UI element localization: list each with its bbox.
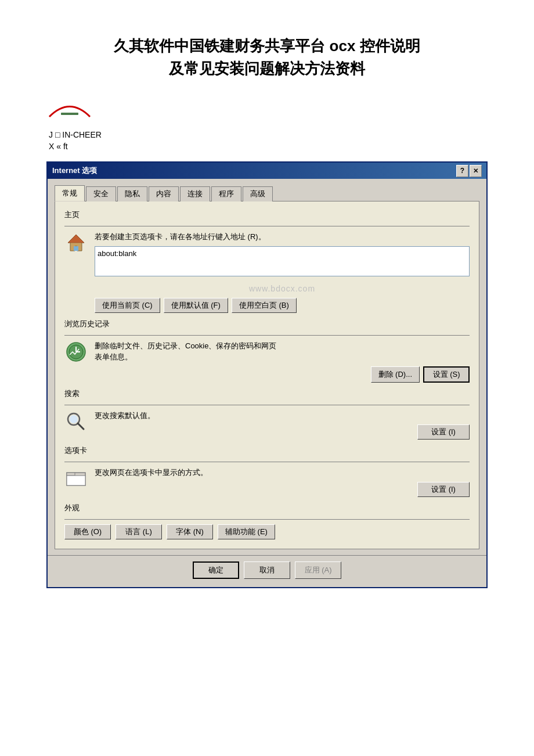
tab-content[interactable]: 内容: [149, 186, 179, 201]
homepage-section-label: 主页: [64, 210, 470, 220]
homepage-divider: [64, 226, 470, 226]
delete-btn[interactable]: 删除 (D)...: [371, 366, 420, 383]
tabs-settings-btn[interactable]: 设置 (I): [417, 482, 470, 497]
tab-bar: 常规 安全 隐私 内容 连接 程序 高级: [55, 185, 479, 201]
watermark: www.bdocx.com: [95, 282, 470, 296]
homepage-desc: 若要创建主页选项卡，请在各地址行键入地址 (R)。 www.bdocx.com …: [95, 231, 470, 313]
appearance-section-label: 外观: [64, 503, 470, 513]
tab-content-panel: 主页 若要创建主页选项卡，请在各地址行键入地址 (R)。 ww: [55, 201, 479, 549]
history-btn-row: 删除 (D)... 设置 (S): [95, 366, 470, 383]
homepage-row: 若要创建主页选项卡，请在各地址行键入地址 (R)。 www.bdocx.com …: [64, 231, 470, 313]
search-settings-btn[interactable]: 设置 (I): [417, 424, 470, 440]
svg-rect-0: [61, 113, 78, 115]
use-current-btn[interactable]: 使用当前页 (C): [95, 298, 160, 313]
dialog-titlebar: Internet 选项 ? ✕: [48, 163, 486, 179]
homepage-icon: [64, 231, 88, 254]
dialog-controls: ? ✕: [456, 165, 482, 177]
history-desc: 删除临时文件、历史记录、Cookie、保存的密码和网页 表单信息。 删除 (D)…: [95, 340, 470, 383]
search-btn-row: 设置 (I): [95, 424, 470, 440]
tab-general[interactable]: 常规: [55, 185, 85, 201]
homepage-btn-row: 使用当前页 (C) 使用默认值 (F) 使用空白页 (B): [95, 298, 470, 313]
tab-security[interactable]: 安全: [86, 186, 116, 201]
tabs-section-icon: [64, 467, 88, 490]
svg-rect-13: [67, 476, 85, 485]
ok-button[interactable]: 确定: [193, 561, 239, 579]
dialog-title: Internet 选项: [52, 165, 97, 176]
tab-advanced[interactable]: 高级: [243, 186, 273, 201]
appearance-btn-row: 颜色 (O) 语言 (L) 字体 (N) 辅助功能 (E): [64, 524, 470, 539]
search-desc-text: 更改搜索默认值。: [95, 410, 470, 422]
cancel-button[interactable]: 取消: [244, 561, 290, 579]
history-settings-btn[interactable]: 设置 (S): [423, 366, 470, 383]
appearance-divider: [64, 519, 470, 520]
color-btn[interactable]: 颜色 (O): [64, 524, 111, 539]
internet-options-dialog: Internet 选项 ? ✕ 常规 安全 隐私 内容 连接 程序 高级 主页: [46, 161, 488, 588]
help-button[interactable]: ?: [456, 165, 468, 177]
search-icon: [64, 410, 88, 433]
svg-rect-3: [74, 246, 78, 251]
logo-icon: [46, 96, 93, 120]
homepage-address-box: [95, 246, 470, 278]
search-row: 更改搜索默认值。 设置 (I): [64, 410, 470, 440]
page-title: 久其软件中国铁建财务共享平台 ocx 控件说明 及常见安装问题解决方法资料: [46, 35, 488, 80]
subtitle-j: J □ IN-CHEER: [49, 130, 488, 139]
tabs-section-label: 选项卡: [64, 445, 470, 456]
history-divider: [64, 335, 470, 336]
search-divider: [64, 405, 470, 405]
logo-area: [46, 96, 488, 122]
svg-line-10: [78, 423, 84, 429]
svg-marker-2: [68, 235, 84, 243]
svg-rect-12: [67, 473, 75, 476]
tab-programs[interactable]: 程序: [211, 186, 241, 201]
use-blank-btn[interactable]: 使用空白页 (B): [232, 298, 297, 313]
tabs-divider: [64, 462, 470, 462]
apply-button[interactable]: 应用 (A): [295, 561, 341, 579]
search-section-label: 搜索: [64, 388, 470, 399]
accessibility-btn[interactable]: 辅助功能 (E): [218, 524, 275, 539]
tabs-desc-text: 更改网页在选项卡中显示的方式。: [95, 467, 470, 478]
search-desc: 更改搜索默认值。 设置 (I): [95, 410, 470, 440]
tabs-section-row: 更改网页在选项卡中显示的方式。 设置 (I): [64, 467, 470, 497]
close-button[interactable]: ✕: [470, 165, 482, 177]
subtitle-x: X « ft: [49, 142, 488, 151]
language-btn[interactable]: 语言 (L): [116, 524, 162, 539]
homepage-desc-text: 若要创建主页选项卡，请在各地址行键入地址 (R)。: [95, 231, 470, 243]
history-row: 删除临时文件、历史记录、Cookie、保存的密码和网页 表单信息。 删除 (D)…: [64, 340, 470, 383]
history-desc-text: 删除临时文件、历史记录、Cookie、保存的密码和网页 表单信息。: [95, 340, 470, 363]
tab-privacy[interactable]: 隐私: [117, 186, 147, 201]
history-section-label: 浏览历史记录: [64, 319, 470, 329]
tabs-section-desc: 更改网页在选项卡中显示的方式。 设置 (I): [95, 467, 470, 497]
tabs-btn-row: 设置 (I): [95, 482, 470, 497]
tab-connections[interactable]: 连接: [180, 186, 210, 201]
use-default-btn[interactable]: 使用默认值 (F): [164, 298, 228, 313]
svg-point-9: [70, 415, 78, 423]
dialog-footer: 确定 取消 应用 (A): [48, 555, 486, 587]
homepage-address-input[interactable]: [95, 246, 470, 276]
history-icon: [64, 340, 88, 363]
font-btn[interactable]: 字体 (N): [167, 524, 213, 539]
